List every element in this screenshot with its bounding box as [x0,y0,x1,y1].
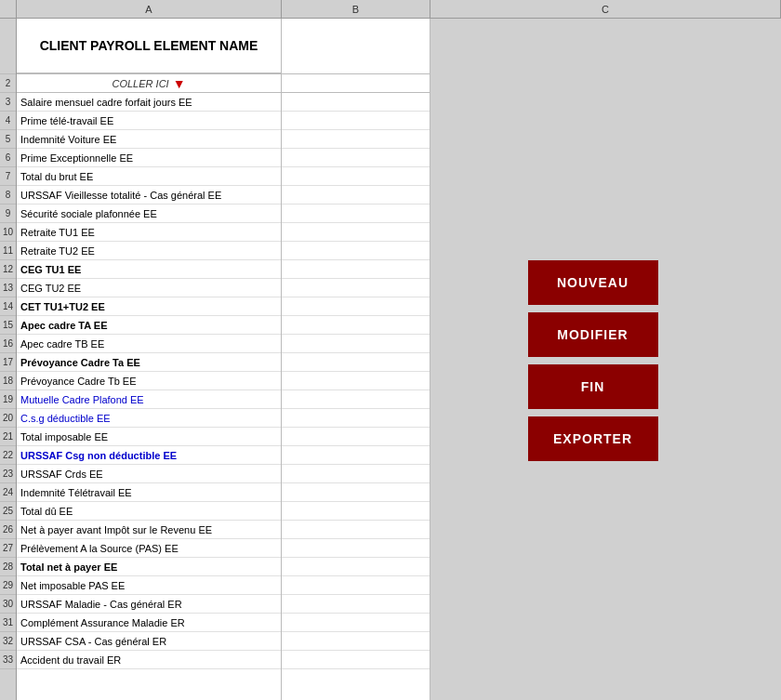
row-num-24: 24 [0,483,16,502]
col-b-33[interactable] [282,651,430,669]
buttons-panel: NOUVEAU MODIFIER FIN EXPORTER [528,260,658,461]
col-a-header: A [17,0,282,18]
col-b-15[interactable] [282,316,430,335]
row-num-4: 4 [0,112,16,130]
col-b-22[interactable] [282,446,430,465]
row-5-cell[interactable]: Indemnité Voiture EE [17,130,281,149]
exporter-button[interactable]: EXPORTER [528,416,658,461]
row-21-cell[interactable]: Total imposable EE [17,428,281,446]
col-b-17[interactable] [282,353,430,372]
row-26-cell[interactable]: Net à payer avant Impôt sur le Revenu EE [17,521,281,539]
row-num-17: 17 [0,353,16,372]
row-32-cell[interactable]: URSSAF CSA - Cas général ER [17,632,281,651]
col-b-30[interactable] [282,595,430,614]
row-7-cell[interactable]: Total du brut EE [17,167,281,186]
row-9-cell[interactable]: Sécurité sociale plafonnée EE [17,205,281,223]
col-c-header: C [430,0,781,18]
row-num-15: 15 [0,316,16,335]
col-b-29[interactable] [282,576,430,595]
row-num-20: 20 [0,409,16,428]
row-num-23: 23 [0,465,16,483]
col-b-10[interactable] [282,223,430,242]
row-num-28: 28 [0,558,16,576]
row-num-11: 11 [0,242,16,260]
row-num-19: 19 [0,390,16,409]
col-b-14[interactable] [282,297,430,316]
row-num-27: 27 [0,539,16,558]
row-12-cell[interactable]: CEG TU1 EE [17,260,281,279]
col-b-26[interactable] [282,521,430,539]
row-num-10: 10 [0,223,16,242]
col-b-8[interactable] [282,186,430,205]
row-18-cell[interactable]: Prévoyance Cadre Tb EE [17,372,281,390]
col-b-25[interactable] [282,502,430,521]
row-4-cell[interactable]: Prime télé-travail EE [17,112,281,130]
row-15-cell[interactable]: Apec cadre TA EE [17,316,281,335]
col-b-28[interactable] [282,558,430,576]
coller-cell[interactable]: COLLER ICI ▼ [17,74,281,93]
col-b-7[interactable] [282,167,430,186]
col-b-6[interactable] [282,149,430,167]
row-30-cell[interactable]: URSSAF Maladie - Cas général ER [17,595,281,614]
row-num-13: 13 [0,279,16,297]
row-27-cell[interactable]: Prélèvement A la Source (PAS) EE [17,539,281,558]
modifier-button[interactable]: MODIFIER [528,312,658,357]
col-b-5[interactable] [282,130,430,149]
row-25-cell[interactable]: Total dû EE [17,502,281,521]
row-16-cell[interactable]: Apec cadre TB EE [17,335,281,353]
col-b-18[interactable] [282,372,430,390]
col-b-21[interactable] [282,428,430,446]
spreadsheet: A B C 2 3 4 5 6 7 8 9 10 11 12 13 14 15 … [0,0,781,700]
row-33-cell[interactable]: Accident du travail ER [17,651,281,669]
col-b-24[interactable] [282,483,430,502]
row-13-cell[interactable]: CEG TU2 EE [17,279,281,297]
col-b-3[interactable] [282,93,430,112]
fin-button[interactable]: FIN [528,364,658,409]
col-b-9[interactable] [282,205,430,223]
row-3-cell[interactable]: Salaire mensuel cadre forfait jours EE [17,93,281,112]
row-num-12: 12 [0,260,16,279]
column-headers: A B C [0,0,781,19]
row-num-5: 5 [0,130,16,149]
col-b-11[interactable] [282,242,430,260]
col-b-23[interactable] [282,465,430,483]
row-num-6: 6 [0,149,16,167]
col-c: NOUVEAU MODIFIER FIN EXPORTER [430,19,781,700]
col-b-19[interactable] [282,390,430,409]
row-num-8: 8 [0,186,16,205]
row-11-cell[interactable]: Retraite TU2 EE [17,242,281,260]
col-b-12[interactable] [282,260,430,279]
row-24-cell[interactable]: Indemnité Télétravail EE [17,483,281,502]
row-10-cell[interactable]: Retraite TU1 EE [17,223,281,242]
row-num-18: 18 [0,372,16,390]
row-num-3: 3 [0,93,16,112]
row-num-31: 31 [0,614,16,632]
col-b-20[interactable] [282,409,430,428]
row-6-cell[interactable]: Prime Exceptionnelle EE [17,149,281,167]
row-23-cell[interactable]: URSSAF Crds EE [17,465,281,483]
col-b-32[interactable] [282,632,430,651]
row-29-cell[interactable]: Net imposable PAS EE [17,576,281,595]
columns-area: CLIENT PAYROLL ELEMENT NAME COLLER ICI ▼… [17,19,781,700]
arrow-down-icon: ▼ [173,76,186,91]
nouveau-button[interactable]: NOUVEAU [528,260,658,305]
col-b-4[interactable] [282,112,430,130]
col-b-header: B [282,0,430,18]
row-numbers: 2 3 4 5 6 7 8 9 10 11 12 13 14 15 16 17 … [0,19,17,700]
row-8-cell[interactable]: URSSAF Vieillesse totalité - Cas général… [17,186,281,205]
row-31-cell[interactable]: Complément Assurance Maladie ER [17,614,281,632]
col-b-31[interactable] [282,614,430,632]
corner-header [0,0,17,18]
row-20-cell[interactable]: C.s.g déductible EE [17,409,281,428]
row-19-cell[interactable]: Mutuelle Cadre Plafond EE [17,390,281,409]
col-b-16[interactable] [282,335,430,353]
col-b-13[interactable] [282,279,430,297]
row-28-cell[interactable]: Total net à payer EE [17,558,281,576]
row-num-7: 7 [0,167,16,186]
row-14-cell[interactable]: CET TU1+TU2 EE [17,297,281,316]
row-17-cell[interactable]: Prévoyance Cadre Ta EE [17,353,281,372]
col-b [282,19,430,700]
col-b-coller [282,74,430,93]
row-22-cell[interactable]: URSSAF Csg non déductible EE [17,446,281,465]
col-b-27[interactable] [282,539,430,558]
